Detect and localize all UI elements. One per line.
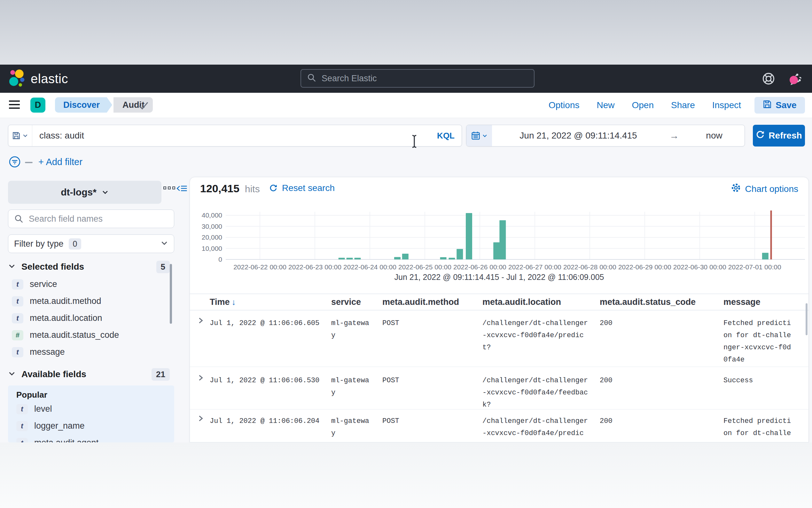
date-end-button[interactable]: now	[684, 130, 745, 141]
menu-hamburger-icon[interactable]	[9, 100, 20, 111]
svg-text:0: 0	[218, 256, 222, 263]
query-language-button[interactable]: KQL	[437, 131, 462, 141]
field-search-input[interactable]: Search field names	[8, 210, 174, 228]
screen: elastic Search Elastic	[0, 0, 812, 508]
selected-fields-header[interactable]: Selected fields 5	[8, 260, 174, 273]
sidebar-field-meta.audit.status_code[interactable]: #meta.audit.status_code	[8, 327, 168, 344]
filter-menu-icon[interactable]	[8, 156, 21, 170]
breadcrumb-discover[interactable]: Discover	[55, 97, 107, 113]
nav-action-options[interactable]: Options	[548, 100, 580, 110]
column-service[interactable]: service	[331, 297, 361, 307]
elastic-logo-icon	[9, 69, 26, 88]
elastic-logo[interactable]: elastic	[9, 69, 68, 88]
refresh-button[interactable]: Refresh	[753, 125, 805, 146]
field-label: level	[34, 404, 52, 414]
cell-time: Jul 1, 2022 @ 11:06:06.204	[210, 415, 331, 427]
column-message[interactable]: message	[723, 297, 761, 307]
index-pattern-label: dt-logs*	[61, 187, 97, 198]
column-time[interactable]: Time↓	[210, 297, 236, 307]
nav-action-share[interactable]: Share	[671, 100, 695, 110]
reset-search-link[interactable]: Reset search	[269, 183, 335, 193]
save-label: Save	[775, 100, 796, 110]
cell-time: Jul 1, 2022 @ 11:06:06.530	[210, 375, 331, 387]
expand-row-icon[interactable]	[197, 374, 205, 383]
date-start-button[interactable]: Jun 21, 2022 @ 09:11:14.415	[492, 130, 665, 141]
cell-method: POST	[382, 375, 462, 387]
global-search-input[interactable]: Search Elastic	[300, 69, 534, 88]
add-filter-link[interactable]: + Add filter	[38, 157, 83, 167]
string-field-type-icon: t	[12, 296, 23, 306]
column-status-code[interactable]: meta.audit.status_code	[600, 297, 696, 307]
sidebar-field-service[interactable]: tservice	[8, 276, 168, 293]
cell-message: Fetched prediction for dt-challenger-xcv…	[723, 415, 793, 442]
nav-action-new[interactable]: New	[596, 100, 614, 110]
string-field-type-icon: t	[12, 347, 23, 357]
sidebar-field-logger_name[interactable]: tlogger_name	[12, 418, 174, 434]
expand-row-icon[interactable]	[197, 317, 205, 326]
date-quick-menu-button[interactable]	[466, 125, 492, 146]
hits-count: 120,415	[200, 182, 239, 195]
cell-status-code: 200	[600, 318, 680, 330]
collapse-sidebar-icon[interactable]	[177, 184, 187, 195]
filter-by-type-dropdown[interactable]: Filter by type 0	[8, 235, 174, 253]
sidebar-field-meta.audit.agent[interactable]: tmeta.audit.agent	[12, 434, 174, 442]
refresh-label: Refresh	[768, 130, 802, 141]
chrome-header: elastic Search Elastic	[0, 65, 812, 93]
cell-location: /challenger/dt-challenger-xcvxcvc-f0d0fa…	[482, 375, 590, 411]
selected-fields-list: tservicetmeta.audit.methodtmeta.audit.lo…	[8, 276, 168, 361]
chart-options-label: Chart options	[745, 184, 798, 194]
popular-fields-list: tleveltlogger_nametmeta.audit.agent	[8, 400, 174, 442]
news-party-popper-icon[interactable]	[789, 72, 804, 87]
histogram-chart[interactable]: 2022-06-22 00:002022-06-23 00:002022-06-…	[195, 207, 808, 274]
nav-action-open[interactable]: Open	[632, 100, 654, 110]
filter-by-type-label: Filter by type	[14, 239, 64, 249]
svg-text:2022-06-29 00:00: 2022-06-29 00:00	[618, 263, 671, 271]
table-scrollbar[interactable]	[806, 303, 808, 335]
saved-query-menu-button[interactable]	[8, 125, 32, 146]
gear-icon	[731, 183, 741, 195]
space-badge[interactable]: D	[30, 97, 45, 113]
chevron-down-icon	[160, 239, 168, 248]
sidebar-field-message[interactable]: tmessage	[8, 344, 168, 361]
field-label: meta.audit.location	[30, 313, 102, 323]
refresh-icon	[756, 130, 765, 141]
svg-text:2022-06-26 00:00: 2022-06-26 00:00	[453, 263, 507, 271]
search-icon	[307, 73, 317, 84]
column-method[interactable]: meta.audit.method	[382, 297, 459, 307]
sidebar-field-meta.audit.method[interactable]: tmeta.audit.method	[8, 293, 168, 310]
save-button[interactable]: Save	[755, 97, 805, 114]
sidebar-field-level[interactable]: tlevel	[12, 400, 174, 418]
chart-options-button[interactable]: Chart options	[731, 183, 798, 195]
filter-dash	[25, 162, 33, 163]
selected-fields-count: 5	[156, 261, 170, 273]
selected-fields-label: Selected fields	[21, 262, 84, 272]
column-location[interactable]: meta.audit.location	[482, 297, 561, 307]
cell-service: ml-gateway	[331, 415, 370, 439]
table-row: Jul 1, 2022 @ 11:06:06.605ml-gatewayPOST…	[190, 310, 809, 367]
string-field-type-icon: t	[16, 404, 28, 414]
expand-row-icon[interactable]	[197, 415, 205, 424]
index-pattern-switcher[interactable]: dt-logs*	[8, 181, 161, 204]
date-range-picker: Jun 21, 2022 @ 09:11:14.415 → now	[466, 125, 745, 146]
sidebar-field-meta.audit.location[interactable]: tmeta.audit.location	[8, 310, 168, 327]
field-statistics-icon[interactable]	[163, 186, 175, 189]
field-label: service	[30, 279, 57, 289]
svg-text:2022-06-22 00:00: 2022-06-22 00:00	[233, 263, 286, 271]
sidebar-scrollbar[interactable]	[170, 264, 172, 324]
table-row: Jul 1, 2022 @ 11:06:06.204ml-gatewayPOST…	[190, 410, 809, 442]
nav-action-inspect[interactable]: Inspect	[712, 100, 741, 110]
help-lifebuoy-icon[interactable]	[762, 72, 775, 87]
field-label: logger_name	[34, 421, 85, 431]
save-icon	[763, 100, 772, 111]
query-input[interactable]: class: audit	[32, 130, 437, 141]
filter-by-type-count: 0	[69, 238, 82, 250]
kibana-app: elastic Search Elastic	[0, 65, 812, 442]
popular-label: Popular	[8, 385, 174, 400]
available-fields-header[interactable]: Available fields 21	[8, 368, 174, 381]
available-fields-label: Available fields	[21, 369, 86, 379]
string-field-type-icon: t	[12, 279, 23, 290]
sort-desc-icon[interactable]: ↓	[232, 297, 236, 307]
svg-text:2022-06-25 00:00: 2022-06-25 00:00	[398, 263, 451, 271]
range-arrow-icon: →	[665, 130, 684, 141]
available-fields-count: 21	[151, 368, 170, 381]
